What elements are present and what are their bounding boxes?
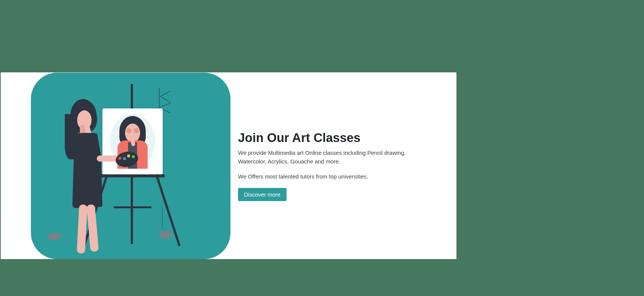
section-heading: Join Our Art Classes xyxy=(238,131,434,145)
rock-decoration xyxy=(47,232,62,241)
page-content-wrapper: Join Our Art Classes We provide Multimed… xyxy=(1,72,456,259)
section-description-2: We Offers most talented tutors from top … xyxy=(238,172,434,181)
discover-more-button[interactable]: Discover more xyxy=(238,188,287,201)
illustration-container xyxy=(1,73,230,259)
art-classes-section: Join Our Art Classes We provide Multimed… xyxy=(1,73,456,259)
section-description-1: We provide Multimedia art Online classes… xyxy=(238,149,434,166)
text-content: Join Our Art Classes We provide Multimed… xyxy=(238,131,456,201)
smoke-decoration xyxy=(162,204,163,231)
artist-illustration xyxy=(31,73,230,259)
rock-decoration xyxy=(159,231,172,238)
